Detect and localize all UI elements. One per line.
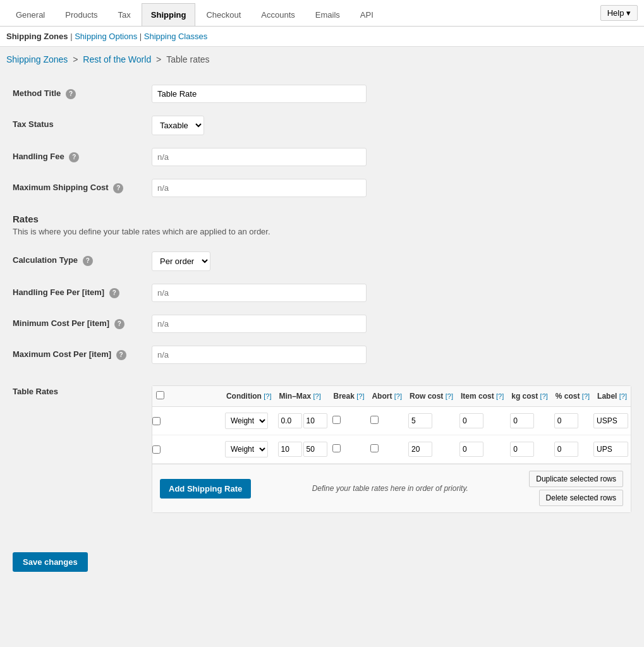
handling-fee-help-icon[interactable]: ? bbox=[69, 152, 79, 162]
rates-footer: Add Shipping Rate Define your table rate… bbox=[152, 464, 631, 512]
th-item-cost-help[interactable]: [?] bbox=[496, 392, 504, 400]
th-abort-help[interactable]: [?] bbox=[394, 392, 402, 400]
action-buttons: Duplicate selected rows Delete selected … bbox=[529, 471, 623, 506]
min-cost-per-item-input[interactable] bbox=[152, 315, 367, 333]
row-min-0[interactable] bbox=[278, 413, 302, 428]
breadcrumb-world[interactable]: Rest of the World bbox=[83, 54, 151, 64]
breadcrumb-shipping-zones[interactable]: Shipping Zones bbox=[6, 54, 68, 64]
max-cost-per-item-input[interactable] bbox=[152, 346, 367, 364]
th-row-cost-help[interactable]: [?] bbox=[446, 392, 453, 400]
rates-hint: Define your table rates here in order of… bbox=[256, 484, 524, 493]
max-shipping-cost-help-icon[interactable]: ? bbox=[113, 183, 123, 193]
row-label-0[interactable] bbox=[593, 413, 628, 428]
tab-emails[interactable]: Emails bbox=[306, 3, 349, 26]
tab-general[interactable]: General bbox=[6, 3, 54, 26]
handling-fee-per-item-help-icon[interactable]: ? bbox=[109, 288, 119, 298]
row-pctcost-0[interactable] bbox=[554, 413, 578, 428]
row-label-1[interactable] bbox=[593, 442, 628, 457]
th-break-help[interactable]: [?] bbox=[356, 392, 364, 400]
th-condition-help[interactable]: [?] bbox=[264, 392, 271, 400]
sub-nav-shipping-classes[interactable]: Shipping Classes bbox=[144, 32, 207, 41]
handling-fee-per-item-input[interactable] bbox=[152, 284, 367, 302]
row-condition-0[interactable]: Weight Price Item bbox=[225, 413, 268, 429]
row-max-1[interactable] bbox=[303, 442, 327, 457]
min-cost-per-item-help-icon[interactable]: ? bbox=[114, 319, 125, 329]
row-kgcost-1[interactable] bbox=[510, 442, 534, 457]
handling-fee-input[interactable] bbox=[152, 148, 367, 166]
sub-nav-label: Shipping Zones bbox=[6, 32, 68, 41]
min-cost-per-item-row: Minimum Cost Per [item] ? bbox=[13, 308, 631, 339]
tax-status-select[interactable]: Taxable None bbox=[152, 116, 204, 135]
th-pct-cost: % cost [?] bbox=[552, 386, 593, 407]
row-max-0[interactable] bbox=[303, 413, 327, 428]
calc-type-help-icon[interactable]: ? bbox=[83, 256, 93, 266]
calc-type-select[interactable]: Per order Per item bbox=[152, 251, 210, 271]
breadcrumb: Shipping Zones > Rest of the World > Tab… bbox=[0, 47, 644, 72]
th-label: Label [?] bbox=[593, 386, 631, 407]
row-itemcost-0[interactable] bbox=[459, 413, 483, 428]
tab-tax[interactable]: Tax bbox=[109, 3, 140, 26]
row-checkbox-1[interactable] bbox=[152, 445, 161, 454]
row-break-0[interactable] bbox=[332, 416, 341, 424]
table-rates-row: Table Rates Condition [?] bbox=[13, 377, 631, 519]
handling-fee-per-item-row: Handling Fee Per [item] ? bbox=[13, 277, 631, 308]
row-min-1[interactable] bbox=[278, 442, 302, 457]
save-changes-button[interactable]: Save changes bbox=[13, 552, 88, 572]
calc-type-row: Calculation Type ? Per order Per item bbox=[13, 245, 631, 277]
rates-section-title: Rates bbox=[13, 214, 631, 224]
rates-form: Calculation Type ? Per order Per item Ha… bbox=[13, 245, 631, 370]
row-pctcost-1[interactable] bbox=[554, 442, 578, 457]
tax-status-row: Tax Status Taxable None bbox=[13, 109, 631, 142]
method-title-help-icon[interactable]: ? bbox=[66, 89, 76, 99]
tab-checkout[interactable]: Checkout bbox=[197, 3, 250, 26]
main-content: Method Title ? Tax Status Taxable None H… bbox=[0, 72, 644, 538]
th-label-help[interactable]: [?] bbox=[619, 392, 627, 400]
rates-data-table: Condition [?] Min–Max [?] Break [?] bbox=[152, 386, 631, 464]
select-all-checkbox[interactable] bbox=[156, 391, 164, 399]
method-title-label: Method Title bbox=[13, 88, 61, 98]
breadcrumb-sep1: > bbox=[73, 54, 80, 64]
row-rowcost-1[interactable] bbox=[408, 442, 432, 457]
breadcrumb-current: Table rates bbox=[166, 54, 209, 64]
help-button[interactable]: Help ▾ bbox=[600, 5, 638, 21]
row-kgcost-0[interactable] bbox=[510, 413, 534, 428]
row-itemcost-1[interactable] bbox=[459, 442, 483, 457]
max-cost-per-item-row: Maximum Cost Per [item] ? bbox=[13, 339, 631, 370]
rates-section-desc: This is where you define your table rate… bbox=[13, 227, 631, 236]
delete-selected-button[interactable]: Delete selected rows bbox=[539, 490, 623, 506]
sub-nav: Shipping Zones | Shipping Options | Ship… bbox=[0, 27, 644, 47]
method-title-input[interactable] bbox=[152, 85, 367, 103]
tab-shipping[interactable]: Shipping bbox=[142, 3, 196, 26]
th-kg-cost-help[interactable]: [?] bbox=[540, 392, 548, 400]
max-shipping-cost-label: Maximum Shipping Cost bbox=[13, 183, 109, 192]
max-shipping-cost-input[interactable] bbox=[152, 179, 367, 197]
top-nav-bar: Help ▾ General Products Tax Shipping Che… bbox=[0, 0, 644, 27]
settings-form: Method Title ? Tax Status Taxable None H… bbox=[13, 78, 631, 203]
tab-api[interactable]: API bbox=[351, 3, 383, 26]
row-condition-1[interactable]: Weight Price Item bbox=[225, 441, 268, 457]
duplicate-selected-button[interactable]: Duplicate selected rows bbox=[529, 471, 623, 487]
table-rates-outer: Table Rates Condition [?] bbox=[13, 377, 631, 519]
row-abort-1[interactable] bbox=[370, 444, 379, 452]
th-pct-cost-help[interactable]: [?] bbox=[582, 392, 590, 400]
row-rowcost-0[interactable] bbox=[408, 413, 432, 428]
nav-tabs: General Products Tax Shipping Checkout A… bbox=[6, 0, 384, 26]
rates-table-container: Condition [?] Min–Max [?] Break [?] bbox=[152, 385, 631, 513]
max-shipping-cost-row: Maximum Shipping Cost ? bbox=[13, 172, 631, 203]
tax-status-label: Tax Status bbox=[13, 119, 54, 129]
row-break-1[interactable] bbox=[332, 444, 341, 452]
sub-nav-shipping-options[interactable]: Shipping Options bbox=[75, 32, 137, 41]
add-shipping-rate-button[interactable]: Add Shipping Rate bbox=[160, 479, 251, 499]
th-condition: Condition [?] bbox=[222, 386, 276, 407]
tab-accounts[interactable]: Accounts bbox=[252, 3, 304, 26]
max-cost-per-item-help-icon[interactable]: ? bbox=[116, 350, 126, 360]
breadcrumb-sep2: > bbox=[156, 54, 164, 64]
row-checkbox-0[interactable] bbox=[152, 417, 161, 425]
handling-fee-row: Handling Fee ? bbox=[13, 142, 631, 172]
handling-fee-label: Handling Fee bbox=[13, 152, 64, 161]
row-abort-0[interactable] bbox=[370, 416, 379, 424]
th-minmax-help[interactable]: [?] bbox=[313, 392, 321, 400]
table-row: Weight Price Item bbox=[152, 435, 631, 464]
rates-table-header: Condition [?] Min–Max [?] Break [?] bbox=[152, 386, 631, 407]
tab-products[interactable]: Products bbox=[56, 3, 107, 26]
